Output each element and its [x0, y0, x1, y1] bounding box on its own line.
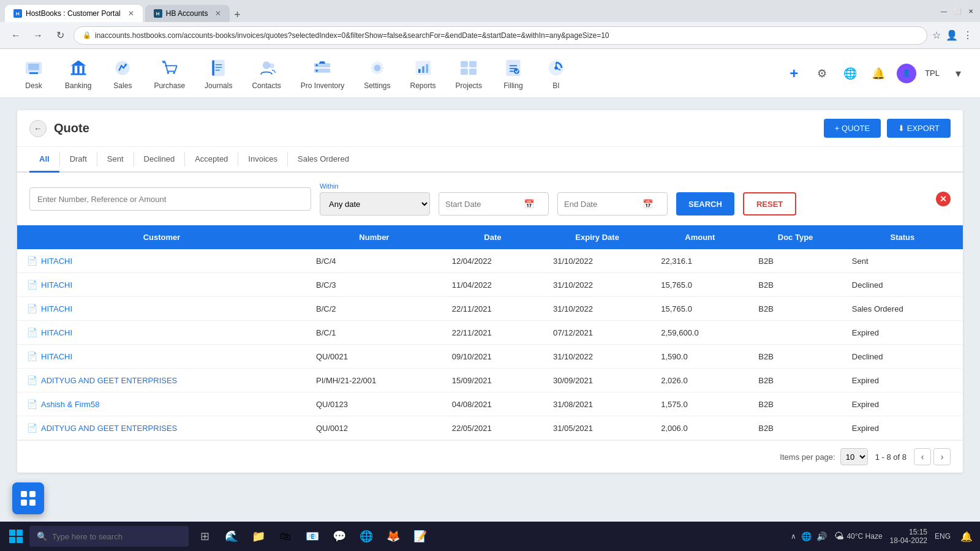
reset-button[interactable]: RESET	[743, 192, 796, 216]
cell-customer-5[interactable]: 📄 ADITYUG AND GEET ENTERPRISES	[17, 369, 306, 392]
tab-all[interactable]: All	[29, 147, 59, 173]
float-menu-btn[interactable]	[12, 482, 44, 514]
cell-customer-7[interactable]: 📄 ADITYUG AND GEET ENTERPRISES	[17, 416, 306, 440]
user-avatar[interactable]: 👤	[897, 64, 916, 83]
close-filter-btn[interactable]: ✕	[936, 192, 951, 206]
clock: 15:15 18-04-2022	[890, 528, 927, 545]
search-button[interactable]: SEARCH	[676, 192, 734, 216]
word-icon[interactable]: 📝	[409, 525, 431, 547]
notification-icon[interactable]: 🔔	[869, 64, 888, 83]
back-button[interactable]: ←	[29, 120, 47, 137]
more-icon[interactable]: ⋮	[963, 29, 973, 41]
tab-2[interactable]: H HB Accounts ✕	[145, 5, 230, 22]
teams-icon[interactable]: 💬	[328, 525, 350, 547]
tab-declined[interactable]: Declined	[134, 147, 185, 173]
tab-invoices[interactable]: Invoices	[238, 147, 287, 173]
notification-center-btn[interactable]: 🔔	[958, 528, 975, 545]
cell-customer-1[interactable]: 📄 HITACHI	[17, 273, 306, 296]
store-icon[interactable]: 🛍	[274, 525, 296, 547]
nav-reports[interactable]: Reports	[401, 52, 446, 95]
browser2-icon[interactable]: 🦊	[382, 525, 404, 547]
nav-sales[interactable]: Sales	[101, 52, 144, 95]
customer-name-7[interactable]: ADITYUG AND GEET ENTERPRISES	[41, 424, 177, 433]
customer-name-5[interactable]: ADITYUG AND GEET ENTERPRISES	[41, 376, 177, 385]
close-btn[interactable]: ✕	[967, 7, 975, 15]
prev-page-btn[interactable]: ‹	[914, 448, 931, 465]
items-per-page-select[interactable]: 10 25 50	[840, 448, 868, 465]
nav-filling[interactable]: Filling	[492, 52, 535, 95]
calendar-end-icon: 📅	[643, 199, 653, 209]
start-date-input[interactable]	[445, 200, 519, 209]
start-btn[interactable]	[5, 525, 27, 547]
tab-draft[interactable]: Draft	[60, 147, 97, 173]
cell-customer-3[interactable]: 📄 HITACHI	[17, 321, 306, 344]
add-btn[interactable]: +	[784, 64, 804, 83]
chrome-icon[interactable]: 🌐	[355, 525, 377, 547]
explorer-icon[interactable]: 📁	[247, 525, 270, 547]
nav-pro-inventory[interactable]: Pro Inventory	[291, 52, 354, 95]
tab-sent[interactable]: Sent	[97, 147, 134, 173]
cell-customer-2[interactable]: 📄 HITACHI	[17, 297, 306, 320]
back-nav-btn[interactable]: ←	[7, 27, 24, 44]
new-tab-btn[interactable]: +	[230, 7, 244, 22]
nav-banking[interactable]: Banking	[55, 52, 101, 95]
customer-name-4[interactable]: HITACHI	[41, 352, 72, 361]
nav-settings[interactable]: Settings	[354, 52, 400, 95]
nav-contacts[interactable]: Contacts	[242, 52, 290, 95]
customer-name-2[interactable]: HITACHI	[41, 304, 72, 313]
end-date-input[interactable]	[564, 200, 638, 209]
export-button[interactable]: ⬇ EXPORT	[887, 119, 951, 138]
tab1-close[interactable]: ✕	[128, 9, 134, 18]
projects-icon	[458, 57, 480, 79]
cell-customer-0[interactable]: 📄 HITACHI	[17, 249, 306, 272]
chevron-down-icon[interactable]: ▾	[948, 64, 968, 83]
customer-name-1[interactable]: HITACHI	[41, 280, 72, 290]
cell-number-1: B/C/3	[306, 273, 442, 297]
cell-amount-0: 22,316.1	[651, 249, 748, 273]
nav-desk[interactable]: Desk	[12, 52, 55, 95]
profile-icon[interactable]: 👤	[946, 29, 958, 41]
tab2-close[interactable]: ✕	[215, 9, 221, 18]
flag-icon[interactable]: 🌐	[840, 64, 860, 83]
chevron-up-icon[interactable]: ∧	[791, 532, 796, 541]
tab1-favicon: H	[13, 9, 22, 18]
task-view-icon[interactable]: ⊞	[194, 525, 216, 547]
search-input[interactable]	[29, 187, 311, 211]
tab-1[interactable]: H HostBooks : Customer Portal ✕	[5, 5, 143, 22]
customer-name-6[interactable]: Ashish & Firm58	[41, 400, 99, 409]
nav-settings-label: Settings	[364, 81, 390, 90]
refresh-btn[interactable]: ↻	[51, 27, 69, 44]
network-icon[interactable]: 🌐	[801, 531, 812, 541]
mail-icon[interactable]: 📧	[301, 525, 323, 547]
nav-projects[interactable]: Projects	[446, 52, 492, 95]
nav-purchase[interactable]: Purchase	[144, 52, 195, 95]
nav-journals-label: Journals	[205, 81, 232, 90]
taskbar: 🔍 ⊞ 🌊 📁 🛍 📧 💬 🌐 🦊 📝 ∧ 🌐 🔊 🌤 40°C Haze 15…	[0, 522, 980, 551]
taskbar-search[interactable]: 🔍	[29, 526, 189, 547]
next-page-btn[interactable]: ›	[933, 448, 951, 465]
nav-bi[interactable]: BI	[535, 52, 578, 95]
settings-gear-icon[interactable]: ⚙	[812, 64, 832, 83]
tab-accepted[interactable]: Accepted	[185, 147, 238, 173]
speaker-icon[interactable]: 🔊	[816, 531, 827, 541]
cell-customer-4[interactable]: 📄 HITACHI	[17, 345, 306, 368]
tab-sales-ordered[interactable]: Sales Ordered	[288, 147, 359, 173]
minimize-btn[interactable]: —	[940, 7, 948, 15]
nav-journals[interactable]: Journals	[195, 52, 242, 95]
taskbar-icons: ⊞ 🌊 📁 🛍 📧 💬 🌐 🦊 📝	[194, 525, 431, 547]
quote-button[interactable]: + QUOTE	[824, 119, 881, 138]
forward-nav-btn[interactable]: →	[29, 27, 47, 44]
svg-rect-26	[422, 66, 424, 73]
taskbar-search-input[interactable]	[52, 532, 175, 541]
url-bar[interactable]: 🔒 inaccounts.hostbooks.com/accounts-book…	[74, 26, 927, 45]
customer-name-3[interactable]: HITACHI	[41, 328, 72, 337]
windows-icon	[9, 529, 23, 544]
cell-customer-6[interactable]: 📄 Ashish & Firm58	[17, 392, 306, 416]
edge-icon[interactable]: 🌊	[221, 525, 243, 547]
customer-name-0[interactable]: HITACHI	[41, 257, 72, 266]
cell-status-5: Expired	[842, 369, 963, 392]
star-icon[interactable]: ☆	[932, 29, 941, 41]
within-select[interactable]: Any date This week This month Last month…	[320, 192, 430, 216]
maximize-btn[interactable]: ⬜	[953, 7, 962, 15]
page-title: Quote	[54, 121, 816, 135]
